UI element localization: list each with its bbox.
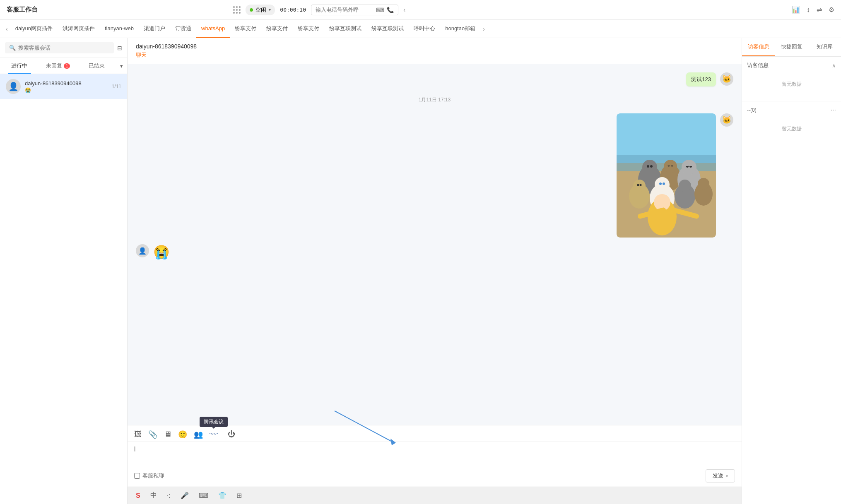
right-tab-knowledge[interactable]: 知识库 xyxy=(808,38,841,56)
tab-fenxiang-test2[interactable]: 纷享互联测试 xyxy=(366,20,409,38)
shirt-icon[interactable]: 👕 xyxy=(215,490,230,501)
send-label: 发送 xyxy=(713,472,723,480)
search-input[interactable] xyxy=(18,45,110,51)
contact-icon[interactable]: 👥 xyxy=(194,430,203,439)
tab-fenxiang1[interactable]: 纷享支付 xyxy=(230,20,261,38)
visitor-section-title: 访客信息 xyxy=(747,62,769,69)
conversation-item[interactable]: 👤 daiyun-8618390940098 😭 1/11 xyxy=(0,74,127,99)
message-image xyxy=(617,113,716,238)
zh-icon[interactable]: 中 xyxy=(147,490,160,502)
right-tab-quick-reply[interactable]: 快捷回复 xyxy=(775,38,808,56)
svg-point-26 xyxy=(663,182,665,185)
conversation-avatar: 👤 xyxy=(6,79,21,94)
image-upload-icon[interactable]: 🖼 xyxy=(134,430,142,439)
main-layout: 🔍 ⊟ 进行中 未回复1 已结束 ▾ 👤 daiyun-86 xyxy=(0,38,841,504)
date-divider: 1月11日 17:13 xyxy=(136,96,733,103)
collapse-icon[interactable]: ∧ xyxy=(832,62,836,69)
conversation-list: 👤 daiyun-8618390940098 😭 1/11 xyxy=(0,74,127,504)
phone-input-container: ⌨ 📞 xyxy=(311,5,398,15)
chat-messages: 🐱 测试123 1月11日 17:13 🐱 xyxy=(128,64,742,425)
sidebar-more-btn[interactable]: ▾ xyxy=(116,58,127,74)
status-label: 空闲 xyxy=(255,6,266,14)
input-toolbar: 🖼 📎 🖥 🙂 👥 〰 腾讯会议 ⏻ xyxy=(128,425,742,442)
back-arrow-icon[interactable]: ‹ xyxy=(403,6,405,14)
tab-order[interactable]: 订货通 xyxy=(170,20,196,38)
filter-settings-icon[interactable]: ⇌ xyxy=(817,6,822,14)
sidebar-tabs: 进行中 未回复1 已结束 ▾ xyxy=(0,58,127,74)
svg-point-23 xyxy=(637,184,639,186)
section2-label-text: --(0) xyxy=(747,107,757,113)
visitor-section-header: 访客信息 ∧ xyxy=(747,62,836,69)
app-title: 客服工作台 xyxy=(7,6,38,14)
phone-input[interactable] xyxy=(316,7,374,13)
filter-icon[interactable]: ⊟ xyxy=(117,45,122,51)
timer-display: 00:00:10 xyxy=(280,7,306,13)
message-row-1: 🐱 测试123 xyxy=(136,72,733,86)
dots-menu-icon[interactable]: ··· xyxy=(831,106,836,114)
svg-point-18 xyxy=(650,165,653,168)
svg-point-15 xyxy=(679,180,691,192)
chat-input-area: 🖼 📎 🖥 🙂 👥 〰 腾讯会议 ⏻ xyxy=(128,425,742,487)
input-box: | xyxy=(128,442,742,467)
visitor-no-data: 暂无数据 xyxy=(747,72,836,96)
message-input[interactable]: | xyxy=(134,445,735,462)
dot-grid-icon[interactable] xyxy=(233,6,241,14)
tab-daiyun-web[interactable]: daiyun网页插件 xyxy=(10,20,58,38)
private-chat-checkbox[interactable] xyxy=(134,473,140,479)
sender-avatar: 🐱 xyxy=(720,72,733,86)
dot-menu-icon[interactable]: ·: xyxy=(164,490,174,501)
s-icon[interactable]: S xyxy=(133,490,144,501)
tab-fenxiang2[interactable]: 纷享支付 xyxy=(261,20,293,38)
conversation-last-msg: 😭 xyxy=(25,87,108,93)
keyboard-layout-icon[interactable]: ⌨ xyxy=(195,490,212,501)
tab-hongtao-web[interactable]: 洪涛网页插件 xyxy=(58,20,100,38)
refresh-icon[interactable]: ↕ xyxy=(807,6,810,14)
sidebar-tab-ended[interactable]: 已结束 xyxy=(77,58,116,74)
chat-header-name: daiyun-8618390940098 xyxy=(136,43,733,50)
message-row-2: 🐱 xyxy=(136,113,733,238)
svg-point-17 xyxy=(647,165,649,168)
grid-icon[interactable]: ⊞ xyxy=(233,490,245,501)
chat-area: daiyun-8618390940098 聊天 🐱 测试123 1月11日 17… xyxy=(128,38,742,504)
emoji-picker-icon[interactable]: 🙂 xyxy=(178,430,187,439)
sidebar-tab-ongoing[interactable]: 进行中 xyxy=(0,58,39,74)
top-bar: 客服工作台 空闲 ▾ 00:00:10 ⌨ 📞 ‹ 📊 ↕ ⇌ ⚙ xyxy=(0,0,841,20)
nav-left-arrow[interactable]: ‹ xyxy=(3,26,10,32)
svg-point-16 xyxy=(698,178,709,190)
tab-tianyan[interactable]: tianyan-web xyxy=(100,20,139,38)
svg-point-14 xyxy=(655,177,670,192)
top-bar-center: 空闲 ▾ 00:00:10 ⌨ 📞 ‹ xyxy=(233,5,405,15)
sidebar-search: 🔍 ⊟ xyxy=(0,38,127,58)
call-icon[interactable]: 📞 xyxy=(387,7,394,13)
attachment-icon[interactable]: 📎 xyxy=(148,430,157,439)
svg-point-13 xyxy=(633,180,646,192)
tab-fenxiang-test1[interactable]: 纷享互联测试 xyxy=(324,20,366,38)
nav-right-arrow[interactable]: › xyxy=(480,26,487,32)
message-bubble-emoji: 😭 xyxy=(153,244,170,260)
chart-icon[interactable]: 📊 xyxy=(792,6,800,14)
screen-share-icon[interactable]: 🖥 xyxy=(164,430,171,439)
tab-hongtao-email[interactable]: hongtao邮箱 xyxy=(440,20,480,38)
nav-tabs: ‹ daiyun网页插件 洪涛网页插件 tianyan-web 渠道门户 订货通… xyxy=(0,20,841,38)
power-icon[interactable]: ⏻ xyxy=(228,430,235,438)
send-dropdown-icon[interactable]: ▾ xyxy=(726,474,728,478)
keyboard-icon: ⌨ xyxy=(376,7,384,13)
status-badge[interactable]: 空闲 ▾ xyxy=(246,5,275,15)
mic-icon[interactable]: 🎤 xyxy=(177,490,192,501)
chat-tab[interactable]: 聊天 xyxy=(136,51,147,59)
right-tab-visitor[interactable]: 访客信息 xyxy=(742,38,775,56)
tab-channel[interactable]: 渠道门户 xyxy=(139,20,170,38)
wave-icon-container: 〰 腾讯会议 xyxy=(210,430,218,439)
message-row-3: 👤 😭 xyxy=(136,244,733,260)
wave-icon[interactable]: 〰 xyxy=(210,430,218,439)
send-button[interactable]: 发送 ▾ xyxy=(706,469,735,482)
tab-callcenter[interactable]: 呼叫中心 xyxy=(409,20,440,38)
input-footer: 客服私聊 发送 ▾ xyxy=(128,467,742,487)
sidebar-tab-unreplied[interactable]: 未回复1 xyxy=(39,58,77,74)
svg-point-10 xyxy=(642,160,657,175)
private-chat-label: 客服私聊 xyxy=(142,472,164,480)
settings-icon[interactable]: ⚙ xyxy=(829,6,834,14)
status-dot xyxy=(250,8,253,12)
tab-whatsapp[interactable]: whatsApp xyxy=(196,20,230,38)
tab-fenxiang3[interactable]: 纷享支付 xyxy=(293,20,324,38)
